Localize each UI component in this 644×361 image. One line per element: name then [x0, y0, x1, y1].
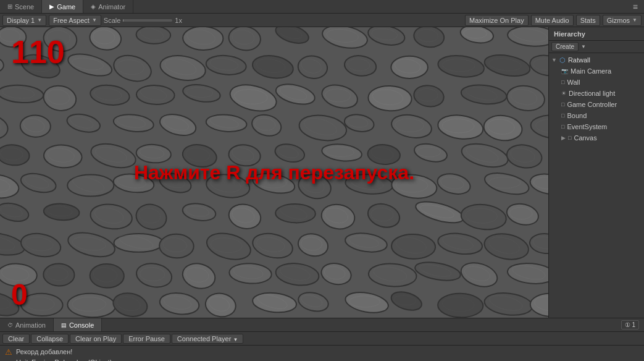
tab-animator[interactable]: ◈ Animator — [83, 0, 133, 13]
tab-scene[interactable]: ⊞ Scene — [0, 0, 42, 13]
hierarchy-label-eventsystem: EventSystem — [567, 123, 607, 130]
hierarchy-item-directional-light[interactable]: ☀ Directional light — [549, 88, 644, 99]
hierarchy-label-wall: Wall — [567, 79, 580, 86]
hierarchy-item-bound[interactable]: □ Bound — [549, 110, 644, 121]
mute-audio-btn[interactable]: Mute Audio — [531, 15, 574, 26]
maximize-on-play-btn[interactable]: Maximize On Play — [465, 15, 529, 26]
console-warning-icon: ⚠ — [5, 347, 12, 357]
console-icon-tab: ▤ — [61, 322, 67, 328]
hierarchy-label-ratwall: Ratwall — [568, 56, 590, 64]
light-icon: ☀ — [561, 90, 566, 96]
main-content: 110 Нажмите R для перезапуска. 0 Hierarc… — [0, 27, 644, 318]
hierarchy-item-main-camera[interactable]: 📷 Main Camera — [549, 66, 644, 77]
panel-menu-icon[interactable]: ≡ — [629, 2, 642, 12]
tab-console[interactable]: ▤ Console — [54, 318, 102, 331]
aspect-chevron: ▼ — [92, 17, 97, 23]
gizmos-chevron: ▼ — [632, 17, 637, 23]
clear-button[interactable]: Clear — [2, 334, 30, 344]
hierarchy-item-canvas[interactable]: ▶ □ Canvas — [549, 132, 644, 143]
animation-icon: ⏱ — [7, 322, 13, 328]
hierarchy-label-canvas: Canvas — [574, 134, 596, 142]
canvas-icon: □ — [568, 135, 571, 141]
console-count-badge: ① 1 — [621, 320, 639, 329]
bottom-panel: ⏱ Animation ▤ Console ① 1 Clear Collapse… — [0, 318, 644, 361]
ratwall-prefab-icon: ⬡ — [559, 56, 566, 64]
hierarchy-label-directional-light: Directional light — [569, 90, 615, 97]
game-toolbar: Display 1 ▼ Free Aspect ▼ Scale 1x Maxim… — [0, 14, 644, 27]
gizmos-btn[interactable]: Gizmos ▼ — [603, 15, 642, 26]
game-viewport: 110 Нажмите R для перезапуска. 0 — [0, 27, 548, 318]
error-pause-button[interactable]: Error Pause — [123, 334, 170, 344]
console-content: ⚠ Рекорд добавлен! UnityEngine.Debug:Log… — [0, 346, 644, 361]
hierarchy-list: ▼ ⬡ Ratwall 📷 Main Camera □ Wall ☀ Direc… — [549, 53, 644, 318]
score-top: 110 — [11, 33, 65, 70]
create-button[interactable]: Create — [551, 42, 579, 51]
hierarchy-panel: Hierarchy Create ▼ ▼ ⬡ Ratwall 📷 Main Ca… — [548, 27, 644, 318]
hierarchy-item-game-controller[interactable]: □ Game Controller — [549, 99, 644, 110]
collapse-button[interactable]: Collapse — [31, 334, 69, 344]
score-bottom: 0 — [11, 278, 28, 312]
wall-icon: □ — [561, 79, 564, 85]
hierarchy-item-eventsystem[interactable]: □ EventSystem — [549, 121, 644, 132]
hierarchy-label-main-camera: Main Camera — [571, 67, 611, 75]
scale-slider[interactable] — [123, 19, 172, 22]
hierarchy-toolbar: Create ▼ — [549, 41, 644, 53]
hierarchy-header: Hierarchy — [549, 27, 644, 41]
tab-animation[interactable]: ⏱ Animation — [0, 318, 54, 331]
animator-icon: ◈ — [91, 3, 96, 10]
hierarchy-label-bound: Bound — [567, 112, 587, 119]
canvas-expand-icon: ▶ — [561, 135, 566, 141]
hierarchy-item-ratwall[interactable]: ▼ ⬡ Ratwall — [549, 54, 644, 66]
console-log-text: Рекорд добавлен! UnityEngine.Debug:Log(O… — [16, 347, 112, 361]
bound-icon: □ — [561, 113, 564, 119]
game-icon: ▶ — [49, 3, 54, 10]
connected-player-button[interactable]: Connected Player ▼ — [172, 334, 243, 344]
console-line2: UnityEngine.Debug:Log(Object) — [16, 357, 112, 362]
eventsystem-icon: □ — [561, 124, 564, 130]
hierarchy-label-game-controller: Game Controller — [567, 101, 617, 108]
tab-game[interactable]: ▶ Game — [42, 0, 83, 13]
display-chevron: ▼ — [37, 17, 42, 23]
connected-chevron: ▼ — [233, 337, 238, 342]
console-toolbar: Clear Collapse Clear on Play Error Pause… — [0, 332, 644, 346]
gamecontroller-icon: □ — [561, 101, 564, 108]
clear-on-play-button[interactable]: Clear on Play — [70, 334, 122, 344]
scale-control: Scale 1x — [104, 17, 182, 24]
restart-message: Нажмите R для перезапуска. — [134, 161, 414, 184]
top-tab-bar: ⊞ Scene ▶ Game ◈ Animator ≡ — [0, 0, 644, 14]
display-selector[interactable]: Display 1 ▼ — [2, 15, 46, 26]
ratwall-expand-icon: ▼ — [551, 57, 557, 63]
scene-icon: ⊞ — [7, 3, 12, 10]
hierarchy-title: Hierarchy — [554, 30, 585, 38]
stats-btn[interactable]: Stats — [576, 15, 600, 26]
create-chevron[interactable]: ▼ — [581, 44, 586, 49]
hierarchy-item-wall[interactable]: □ Wall — [549, 77, 644, 88]
camera-icon: 📷 — [561, 68, 568, 74]
bottom-tabs: ⏱ Animation ▤ Console ① 1 — [0, 318, 644, 332]
console-line1: Рекорд добавлен! — [16, 347, 112, 357]
aspect-selector[interactable]: Free Aspect ▼ — [49, 15, 101, 26]
